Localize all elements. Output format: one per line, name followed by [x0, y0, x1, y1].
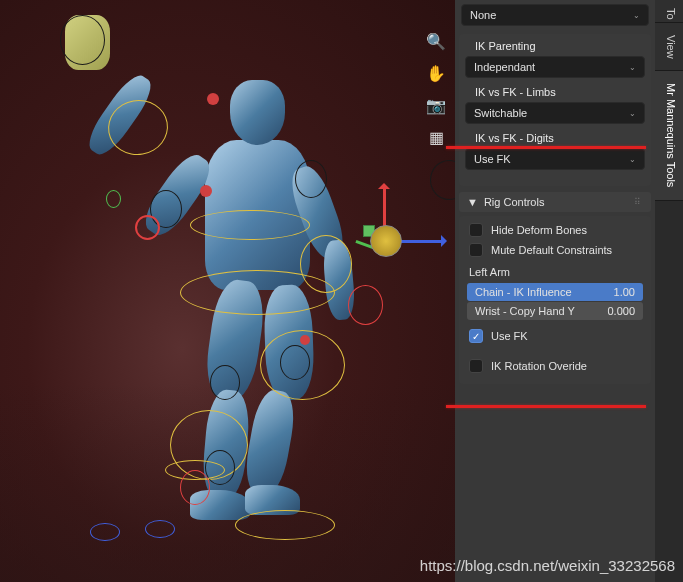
rig-control[interactable]: [210, 365, 240, 400]
dropdown-ik-fk-limbs[interactable]: Switchable ⌄: [465, 102, 645, 124]
dropdown-value: Switchable: [474, 107, 527, 119]
transform-gizmo[interactable]: [375, 240, 445, 330]
annotation-underline: [446, 146, 646, 149]
rig-sphere[interactable]: [207, 93, 219, 105]
label-ik-parenting: IK Parenting: [465, 40, 645, 52]
dropdown-value: None: [470, 9, 496, 21]
dropdown-value: Independant: [474, 61, 535, 73]
label-ik-fk-digits: IK vs FK - Digits: [465, 132, 645, 144]
disclosure-triangle-icon: ▼: [467, 196, 478, 208]
rig-control[interactable]: [90, 523, 120, 541]
chevron-down-icon: ⌄: [629, 109, 636, 118]
slider-value: 0.000: [607, 305, 635, 317]
rig-control[interactable]: [430, 160, 455, 200]
dropdown-value: Use FK: [474, 153, 511, 165]
tab-view[interactable]: View: [655, 23, 683, 72]
rig-control[interactable]: [106, 190, 121, 208]
checkbox-mute-constraints[interactable]: [469, 243, 483, 257]
rig-control[interactable]: [280, 345, 310, 380]
drag-handle-icon[interactable]: ⠿: [634, 197, 643, 207]
rig-target[interactable]: [135, 215, 160, 240]
slider-chain-ik-influence[interactable]: Chain - IK Influence 1.00: [467, 283, 643, 301]
grid-icon[interactable]: ▦: [425, 126, 447, 148]
checkbox-label: Use FK: [491, 330, 528, 342]
sidebar-tabs: To View Mr Mannequins Tools: [655, 0, 683, 582]
gizmo-origin[interactable]: [370, 225, 402, 257]
armature-mannequin[interactable]: [50, 10, 400, 570]
properties-panel: None ⌄ IK Parenting Independant ⌄ IK vs …: [455, 0, 655, 582]
checkbox-ik-rotation-override[interactable]: [469, 359, 483, 373]
rig-sphere[interactable]: [300, 335, 310, 345]
watermark: https://blog.csdn.net/weixin_33232568: [420, 557, 675, 574]
chevron-down-icon: ⌄: [629, 155, 636, 164]
tab-mr-mannequins-tools[interactable]: Mr Mannequins Tools: [655, 71, 683, 200]
dropdown-top[interactable]: None ⌄: [461, 4, 649, 26]
rig-control[interactable]: [180, 270, 335, 315]
viewport-toolbar: 🔍 ✋ 📷 ▦: [425, 30, 447, 148]
slider-value: 1.00: [614, 286, 635, 298]
slider-label: Chain - IK Influence: [475, 286, 572, 298]
rig-control[interactable]: [60, 15, 105, 65]
rig-control[interactable]: [190, 210, 310, 240]
limb-section-label: Left Arm: [459, 260, 651, 282]
checkbox-label: Mute Default Constraints: [491, 244, 612, 256]
dropdown-ik-parenting[interactable]: Independant ⌄: [465, 56, 645, 78]
checkbox-use-fk[interactable]: [469, 329, 483, 343]
checkbox-hide-deform[interactable]: [469, 223, 483, 237]
chevron-down-icon: ⌄: [629, 63, 636, 72]
viewport-3d[interactable]: 🔍 ✋ 📷 ▦: [0, 0, 455, 582]
slider-label: Wrist - Copy Hand Y: [475, 305, 575, 317]
dropdown-ik-fk-digits[interactable]: Use FK ⌄: [465, 148, 645, 170]
section-title: Rig Controls: [484, 196, 545, 208]
chevron-down-icon: ⌄: [633, 11, 640, 20]
tab-spacer: [655, 201, 683, 582]
rig-control[interactable]: [295, 160, 327, 198]
zoom-icon[interactable]: 🔍: [425, 30, 447, 52]
label-ik-fk-limbs: IK vs FK - Limbs: [465, 86, 645, 98]
rig-control[interactable]: [180, 470, 210, 505]
hand-icon[interactable]: ✋: [425, 62, 447, 84]
camera-icon[interactable]: 📷: [425, 94, 447, 116]
bone-leg-r-lower[interactable]: [241, 387, 299, 497]
section-rig-controls[interactable]: ▼ Rig Controls ⠿: [459, 192, 651, 212]
slider-wrist-copy-hand[interactable]: Wrist - Copy Hand Y 0.000: [467, 302, 643, 320]
rig-control[interactable]: [145, 520, 175, 538]
rig-sphere[interactable]: [200, 185, 212, 197]
bone-head[interactable]: [230, 80, 285, 145]
rig-control[interactable]: [235, 510, 335, 540]
checkbox-label: Hide Deform Bones: [491, 224, 587, 236]
checkbox-label: IK Rotation Overide: [491, 360, 587, 372]
tab-tool[interactable]: To: [655, 0, 683, 23]
annotation-underline: [446, 405, 646, 408]
